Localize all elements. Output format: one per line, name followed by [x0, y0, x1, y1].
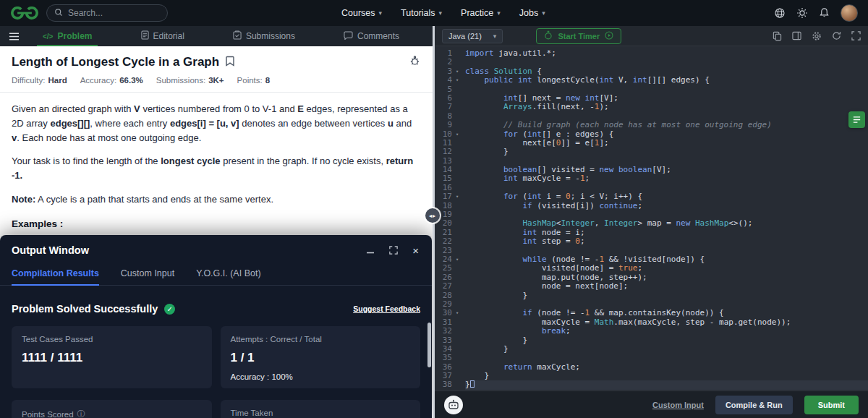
tab-compilation-results[interactable]: Compilation Results [12, 264, 99, 285]
code-line[interactable]: node = next[node]; [465, 282, 868, 291]
code-editor[interactable]: 123▾4▾5678910▾11121314151617▾18192021222… [435, 46, 868, 391]
tab-problem[interactable]: </> Problem [43, 26, 92, 46]
menu-practice[interactable]: Practice▾ [461, 8, 501, 18]
document-icon [141, 30, 149, 42]
problem-statement: Given an directed graph with V vertices … [12, 102, 421, 145]
gfg-logo-icon [10, 7, 39, 20]
bookmark-icon[interactable] [226, 56, 234, 69]
tab-yogi-ai-bot[interactable]: Y.O.G.I. (AI Bot) [196, 264, 260, 285]
line-number[interactable]: 35 [435, 354, 465, 362]
line-number[interactable]: 38 [435, 380, 465, 389]
line-number[interactable]: 22 [435, 237, 465, 246]
submit-button[interactable]: Submit [804, 396, 859, 414]
accuracy-value: Accuracy : 100% [231, 372, 411, 381]
feedback-widget[interactable] [848, 111, 865, 128]
search-input[interactable] [68, 8, 160, 18]
report-bug-icon[interactable] [409, 55, 421, 69]
code-line[interactable]: Arrays.fill(next, -1); [465, 103, 868, 111]
line-number[interactable]: 2 [435, 58, 465, 67]
search-box[interactable] [46, 4, 168, 22]
code-line[interactable]: import java.util.*; [465, 49, 868, 58]
custom-input-link[interactable]: Custom Input [652, 401, 704, 409]
code-line[interactable]: return maxCycle; [465, 363, 868, 372]
translate-icon[interactable] [774, 7, 786, 19]
play-icon [605, 31, 613, 41]
tab-custom-input[interactable]: Custom Input [121, 264, 174, 285]
code-line[interactable]: visited[node] = true; [465, 264, 868, 273]
tab-editorial[interactable]: Editorial [141, 26, 184, 46]
layout-icon[interactable] [792, 31, 801, 40]
notifications-bell-icon[interactable] [819, 7, 830, 19]
main-area: </> Problem Editorial Submissions Commen… [0, 26, 868, 418]
success-check-icon: ✓ [164, 304, 175, 315]
code-line[interactable]: } [465, 336, 868, 345]
line-number[interactable]: 25 [435, 264, 465, 273]
start-timer-button[interactable]: Start Timer [536, 28, 621, 44]
settings-gear-icon[interactable] [812, 31, 822, 41]
code-line[interactable]: int step = 0; [465, 237, 868, 246]
test-cases-value: 1111 / 1111 [22, 351, 202, 365]
code-line[interactable]: } [465, 380, 868, 389]
code-line[interactable]: int maxCycle = -1; [465, 174, 868, 183]
compile-run-button[interactable]: Compile & Run [715, 396, 793, 414]
chevron-down-icon: ▾ [379, 9, 383, 17]
code-line[interactable]: } [465, 345, 868, 354]
ai-bot-icon[interactable] [444, 396, 463, 414]
close-icon[interactable]: × [412, 245, 419, 256]
user-avatar[interactable] [841, 4, 858, 22]
notes-icon [852, 115, 861, 124]
editor-footer: Custom Input Compile & Run Submit [435, 391, 868, 418]
stopwatch-icon [544, 30, 553, 41]
menu-courses[interactable]: Courses▾ [341, 8, 382, 18]
line-number[interactable]: 32 [435, 327, 465, 336]
line-number[interactable]: 7 [435, 103, 465, 111]
expand-icon[interactable] [389, 246, 398, 255]
problem-tabbar: </> Problem Editorial Submissions Commen… [0, 26, 433, 46]
line-number[interactable]: 4▾ [435, 76, 465, 85]
line-number-gutter: 123▾4▾5678910▾11121314151617▾18192021222… [435, 46, 465, 391]
copy-icon[interactable] [773, 31, 782, 41]
line-number[interactable]: 12 [435, 148, 465, 156]
theme-toggle-icon[interactable] [796, 7, 808, 19]
minimize-icon[interactable] [366, 246, 375, 255]
line-number[interactable]: 9 [435, 121, 465, 129]
code-line[interactable]: public int longestCycle(int V, int[][] e… [465, 76, 868, 85]
problem-tabs: </> Problem Editorial Submissions Commen… [30, 26, 424, 46]
menu-tutorials[interactable]: Tutorials▾ [401, 8, 442, 18]
line-number[interactable]: 27 [435, 282, 465, 291]
problem-note: Note: A cycle is a path that starts and … [12, 192, 421, 207]
info-icon: ⓘ [77, 409, 85, 418]
problem-task: Your task is to find the length of the l… [12, 154, 421, 183]
divider-drag-handle[interactable]: ◂▸ [425, 208, 440, 223]
fullscreen-icon[interactable] [851, 31, 861, 40]
line-number[interactable]: 15 [435, 174, 465, 183]
examples-heading: Examples : [12, 218, 421, 229]
code-editor-panel: Java (21)▾ Start Timer 123▾4▾5678910▾111… [435, 26, 868, 418]
code-line[interactable]: // Build graph (each node has at most on… [465, 121, 868, 129]
menu-hamburger-icon[interactable] [9, 32, 20, 41]
status-text: Problem Solved Successfully [12, 303, 158, 315]
code-line[interactable]: next[e[0]] = e[1]; [465, 139, 868, 148]
line-number[interactable]: 30▾ [435, 309, 465, 317]
tab-comments[interactable]: Comments [344, 26, 399, 46]
gfg-logo[interactable] [10, 7, 39, 20]
problem-meta: Difficulty:Hard Accuracy:66.3% Submissio… [12, 76, 421, 85]
tab-submissions[interactable]: Submissions [233, 26, 295, 46]
code-line[interactable]: if (visited[i]) continue; [465, 202, 868, 210]
suggest-feedback-link[interactable]: Suggest Feedback [353, 304, 420, 313]
code-line[interactable]: break; [465, 327, 868, 336]
line-number[interactable]: 17▾ [435, 192, 465, 201]
language-select[interactable]: Java (21)▾ [442, 29, 503, 43]
code-line[interactable]: } [465, 372, 868, 380]
reset-code-icon[interactable] [832, 31, 841, 40]
time-taken-card: Time Taken [221, 400, 421, 418]
code-line[interactable]: if (node != -1 && map.containsKey(node))… [465, 309, 868, 317]
code-text-area[interactable]: import java.util.*;class Solution { publ… [465, 46, 868, 391]
menu-jobs[interactable]: Jobs▾ [519, 8, 545, 18]
app-window: Courses▾ Tutorials▾ Practice▾ Jobs▾ [0, 0, 868, 418]
code-icon: </> [43, 33, 53, 40]
vertical-scrollbar[interactable] [427, 323, 431, 367]
code-line[interactable]: } [465, 148, 868, 156]
line-number[interactable]: 20 [435, 219, 465, 228]
code-line[interactable]: } [465, 291, 868, 300]
